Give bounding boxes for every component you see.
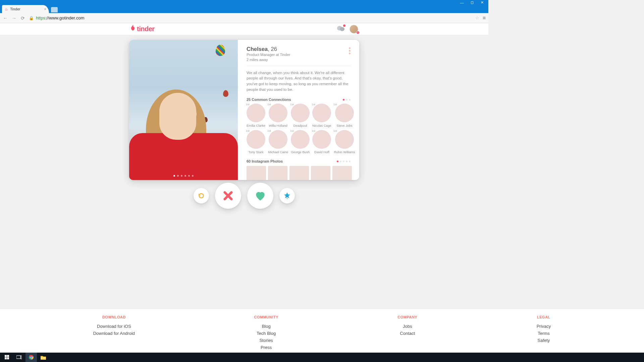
messages-button[interactable] (337, 25, 345, 33)
person-illustration (129, 79, 238, 180)
page-dot[interactable] (346, 99, 347, 101)
window-titlebar: — ◻ ✕ (0, 0, 488, 5)
instagram-thumb[interactable] (247, 166, 266, 180)
connection-item[interactable]: 1stMichael Caine (268, 130, 288, 154)
photo-dot[interactable] (184, 175, 186, 177)
instagram-thumb[interactable] (332, 166, 352, 180)
window-close-button[interactable]: ✕ (477, 0, 487, 5)
degree-badge: 1st (290, 103, 294, 106)
address-bar[interactable]: 🔒 https://www.gotinder.com (29, 15, 472, 20)
connection-name: Michael Caine (268, 150, 288, 154)
flame-icon (130, 25, 136, 33)
connections-pagination[interactable] (343, 99, 351, 101)
instagram-pagination[interactable] (337, 161, 351, 162)
profile-bio: We all change, when you think about it. … (247, 70, 351, 93)
heart-icon (254, 189, 267, 202)
instagram-thumb[interactable] (268, 166, 287, 180)
connection-name: Emilia Clarke (247, 124, 265, 127)
page-dot[interactable] (337, 161, 338, 162)
instagram-thumb[interactable] (289, 166, 309, 180)
connection-item[interactable]: 1stNicolas Cage (312, 104, 331, 127)
degree-badge: 1st (333, 103, 337, 106)
x-icon (222, 190, 234, 201)
connection-avatar (247, 130, 265, 149)
photo-dot[interactable] (188, 175, 190, 177)
connection-avatar (335, 104, 354, 122)
connection-item[interactable]: 1stRobin Williams (334, 130, 355, 154)
instagram-thumb[interactable] (311, 166, 330, 180)
connection-item[interactable]: 1stEmilia Clarke (247, 104, 265, 127)
flame-icon: ♨ (5, 7, 8, 11)
reload-button[interactable]: ⟳ (20, 15, 25, 21)
tinder-logo[interactable]: tinder (130, 25, 155, 33)
connection-name: Robin Williams (334, 150, 355, 154)
profile-photo[interactable] (129, 40, 238, 180)
profile-distance: 2 miles away (247, 57, 290, 62)
connections-heading: 25 Common Connections (247, 98, 291, 102)
connection-avatar (312, 130, 331, 149)
rewind-button[interactable] (194, 188, 209, 203)
browser-tabstrip: ♨ Tinder × (0, 5, 488, 13)
connection-avatar (312, 104, 331, 122)
new-tab-button[interactable] (51, 7, 58, 12)
window-minimize-button[interactable]: — (457, 1, 467, 5)
photo-dot[interactable] (192, 175, 194, 177)
degree-badge: 1st (267, 129, 271, 132)
connection-item[interactable]: 1stGeorge Bush (291, 130, 310, 154)
connection-item[interactable]: 1stSteve Jobs (334, 104, 355, 127)
page-dot[interactable] (340, 161, 341, 162)
connection-name: George Bush (291, 150, 310, 154)
browser-toolbar: ← → ⟳ 🔒 https://www.gotinder.com ☆ ≡ (0, 13, 488, 23)
notification-dot-icon (343, 24, 345, 27)
connection-item[interactable]: 1stTony Stark (247, 130, 265, 154)
action-bar (194, 183, 295, 209)
connection-avatar (247, 104, 265, 122)
photo-dot[interactable] (173, 175, 175, 177)
connections-grid: 1stEmilia Clarke1stWilla Holland1stDeadp… (247, 104, 351, 154)
tab-title: Tinder (10, 7, 20, 11)
page-dot[interactable] (349, 161, 351, 162)
svg-point-1 (340, 27, 344, 31)
degree-badge: 1st (246, 103, 250, 106)
photo-dot[interactable] (181, 175, 182, 177)
degree-badge: 1st (246, 129, 250, 132)
photo-dot[interactable] (177, 175, 179, 177)
degree-badge: 1st (312, 129, 315, 132)
connection-name: David Hoff (314, 150, 329, 154)
connection-item[interactable]: 1stWilla Holland (268, 104, 288, 127)
forward-button[interactable]: → (11, 15, 17, 21)
page-dot[interactable] (343, 99, 344, 101)
profile-menu-button[interactable] (350, 25, 358, 34)
more-options-button[interactable] (349, 46, 351, 54)
bookmark-button[interactable]: ☆ (475, 15, 479, 20)
superlike-button[interactable] (279, 188, 295, 203)
instagram-heading: 60 Instagram Photos (247, 159, 283, 163)
connection-item[interactable]: 1stDeadpool (291, 104, 310, 127)
window-maximize-button[interactable]: ◻ (467, 0, 477, 5)
lock-icon: 🔒 (29, 16, 34, 20)
nope-button[interactable] (215, 183, 241, 209)
photo-pagination[interactable] (173, 175, 194, 177)
connection-avatar (269, 104, 287, 122)
degree-badge: 1st (312, 103, 315, 106)
page-dot[interactable] (343, 161, 344, 162)
degree-badge: 1st (290, 129, 294, 132)
connection-item[interactable]: 1stDavid Hoff (312, 130, 331, 154)
url-rest: ://www.gotinder.com (45, 15, 84, 20)
browser-tab[interactable]: ♨ Tinder × (2, 5, 49, 13)
browser-menu-button[interactable]: ≡ (483, 15, 486, 21)
page-dot[interactable] (349, 99, 351, 101)
back-button[interactable]: ← (3, 15, 8, 21)
connection-name: Steve Jobs (337, 124, 353, 127)
connection-name: Deadpool (293, 124, 307, 127)
connection-name: Nicolas Cage (312, 124, 331, 127)
like-button[interactable] (247, 183, 273, 209)
tab-close-button[interactable]: × (44, 7, 46, 11)
page-dot[interactable] (346, 161, 347, 162)
degree-badge: 1st (267, 103, 271, 106)
profile-job: Product Manager at Tinder (247, 52, 290, 57)
connection-name: Willa Holland (269, 124, 287, 127)
connection-name: Tony Stark (249, 150, 264, 154)
profile-card: Chelsea, 26 Product Manager at Tinder 2 … (129, 40, 359, 180)
instagram-grid (247, 166, 351, 180)
